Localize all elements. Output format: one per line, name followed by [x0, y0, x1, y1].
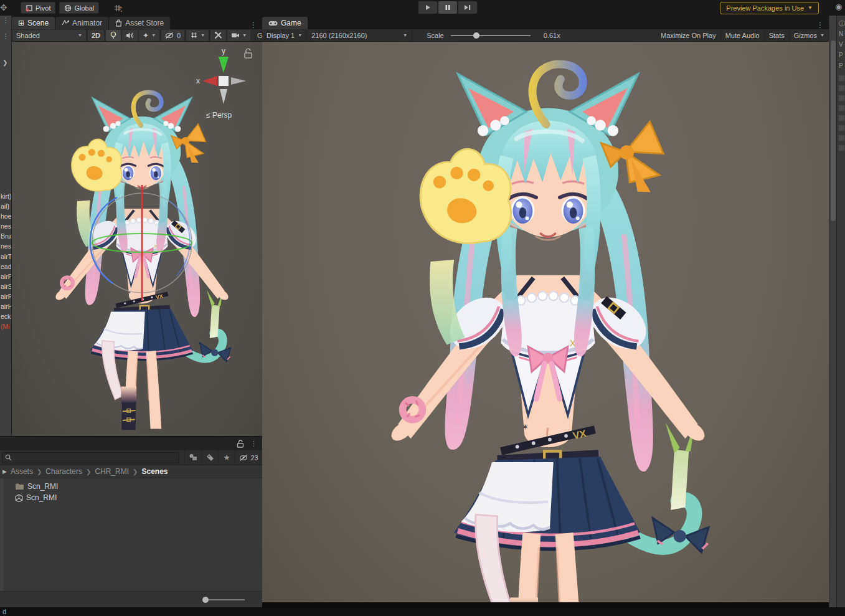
pause-button[interactable] — [438, 1, 457, 14]
project-menu-dots-icon[interactable]: ⋮ — [250, 440, 257, 448]
camera-icon — [231, 32, 240, 39]
rotation-gizmo[interactable] — [83, 184, 201, 302]
list-item-scene[interactable]: Scn_RMI — [0, 492, 262, 503]
display-dropdown[interactable]: Display 1 ▼ — [262, 29, 306, 42]
gizmos-dropdown[interactable]: Gizmos ▼ — [790, 29, 829, 42]
shading-mode-dropdown[interactable]: Shaded ▼ — [12, 30, 86, 41]
axis-z-cone[interactable] — [231, 77, 246, 85]
tab-animator[interactable]: Animator — [55, 17, 108, 29]
transform-tool-icon-partial[interactable]: ✥ — [0, 1, 9, 14]
tab-asset-store[interactable]: Asset Store — [109, 17, 170, 29]
resolution-dropdown[interactable]: 2160 (2160x2160) ▼ — [307, 29, 412, 42]
hierarchy-item[interactable]: ail) — [1, 202, 12, 212]
game-viewport[interactable] — [262, 42, 829, 607]
game-tab-bar: Game ⋮ — [262, 16, 829, 29]
inspector-panel-edge[interactable]: ⓘ N V P P — [836, 16, 845, 607]
foldout-arrow-icon[interactable]: ▶ — [2, 468, 7, 475]
game-letterbox — [262, 602, 829, 607]
scale-label: Scale — [427, 32, 444, 39]
scrollbar-thumb[interactable] — [831, 40, 836, 221]
hierarchy-item[interactable]: hoe — [1, 212, 12, 222]
pivot-toggle-button[interactable]: Pivot — [21, 2, 55, 14]
hierarchy-item[interactable]: airS — [1, 283, 12, 293]
search-input[interactable] — [2, 452, 179, 463]
scene-tools-button[interactable] — [210, 30, 226, 41]
global-toggle-button[interactable]: Global — [59, 2, 99, 14]
breadcrumb-characters[interactable]: Characters — [45, 467, 82, 476]
panel-menu-dots-icon[interactable]: ⋮ — [0, 16, 11, 24]
project-file-list[interactable]: Scn_RMI Scn_RMI — [0, 478, 262, 591]
globe-icon — [64, 4, 72, 12]
hierarchy-item[interactable]: airT — [1, 253, 12, 263]
breadcrumb-separator: ❯ — [37, 468, 42, 475]
thumbnail-size-slider[interactable] — [204, 599, 245, 600]
slider-knob[interactable] — [473, 32, 479, 39]
toggle-2d-button[interactable]: 2D — [88, 30, 104, 41]
hierarchy-panel-edge[interactable]: ⋮ ⋮ ❯ kirt) ail) hoe nes Brus nes airT e… — [0, 16, 12, 436]
maximize-on-play-button[interactable]: Maximize On Play — [656, 29, 720, 42]
projection-label[interactable]: ≤ Persp — [206, 111, 232, 120]
hidden-count-button[interactable]: 23 — [235, 450, 262, 465]
speaker-icon — [126, 32, 134, 39]
inspector-scrollbar[interactable] — [829, 16, 836, 607]
tab-scene[interactable]: ⊞ Scene — [12, 17, 55, 29]
unlock-icon[interactable] — [245, 49, 252, 58]
gizmos-label-partial[interactable]: G — [257, 32, 262, 39]
mute-audio-button[interactable]: Mute Audio — [721, 29, 764, 42]
step-button[interactable] — [458, 1, 477, 14]
hierarchy-item[interactable]: nes — [1, 242, 12, 252]
inspector-field-partial — [839, 105, 844, 111]
hierarchy-item[interactable]: eck — [1, 313, 12, 323]
hierarchy-item-missing[interactable]: (Mi — [1, 323, 12, 333]
pivot-icon — [26, 4, 33, 12]
hierarchy-item[interactable]: Brus — [1, 232, 12, 242]
list-item-folder[interactable]: Scn_RMI — [0, 481, 262, 492]
axis-x-cone[interactable] — [202, 76, 217, 86]
breadcrumb-chr-rmi[interactable]: CHR_RMI — [95, 467, 129, 476]
scene-audio-button[interactable] — [122, 30, 138, 41]
unity-scene-icon — [15, 494, 23, 502]
hierarchy-item[interactable]: airF — [1, 273, 12, 283]
breadcrumb-separator: ❯ — [133, 468, 138, 475]
scene-camera-dropdown[interactable]: ▼ — [227, 30, 250, 41]
slider-knob[interactable] — [202, 597, 209, 603]
scene-grid-dropdown[interactable]: ▼ — [186, 30, 209, 41]
tab-game-label: Game — [281, 19, 301, 27]
scene-lighting-button[interactable] — [106, 30, 121, 41]
play-button[interactable] — [418, 1, 437, 14]
tab-game[interactable]: Game — [262, 17, 308, 29]
hierarchy-item[interactable]: airR — [1, 293, 12, 303]
unlock-icon[interactable] — [237, 440, 244, 448]
search-icon — [5, 454, 12, 461]
2d-label: 2D — [92, 32, 100, 39]
stats-button[interactable]: Stats — [765, 29, 789, 42]
favorites-button[interactable]: ★ — [218, 450, 235, 465]
tab-area-menu-icon[interactable]: ⋮ — [245, 21, 262, 29]
filter-by-type-button[interactable] — [184, 450, 201, 465]
status-bar: d — [0, 607, 845, 616]
grid-snap-button[interactable] — [109, 2, 126, 14]
hierarchy-item[interactable]: nes — [1, 222, 12, 232]
breadcrumb-scenes[interactable]: Scenes — [141, 467, 168, 476]
panel-menu-dots-icon[interactable]: ⋮ — [0, 32, 11, 40]
scale-slider[interactable] — [451, 35, 531, 36]
breadcrumb-assets[interactable]: Assets — [11, 467, 33, 476]
axis-y-cone[interactable] — [219, 57, 229, 73]
preview-packages-button[interactable]: Preview Packages in Use ▼ — [720, 2, 819, 14]
hierarchy-item[interactable]: kirt) — [1, 192, 12, 202]
orientation-gizmo[interactable]: y x ≤ Persp — [195, 45, 257, 121]
tab-area-menu-icon[interactable]: ⋮ — [811, 21, 829, 29]
scene-effects-dropdown[interactable]: ✦ ▼ — [139, 30, 159, 41]
scene-visibility-button[interactable]: 0 — [161, 30, 184, 41]
axis-y-label: y — [222, 47, 225, 55]
inspector-field-partial — [839, 95, 844, 101]
axis-down-cone[interactable] — [220, 89, 227, 104]
window-icon-partial[interactable]: ◉ — [835, 2, 845, 14]
status-message: d — [2, 608, 6, 615]
chevron-right-icon[interactable]: ❯ — [2, 59, 7, 66]
hierarchy-item[interactable]: airH — [1, 303, 12, 313]
scene-viewport[interactable]: y x ≤ Persp — [12, 42, 262, 436]
axis-center-cube[interactable] — [219, 76, 229, 86]
filter-by-label-button[interactable] — [201, 450, 218, 465]
hierarchy-item[interactable]: ead — [1, 263, 12, 273]
